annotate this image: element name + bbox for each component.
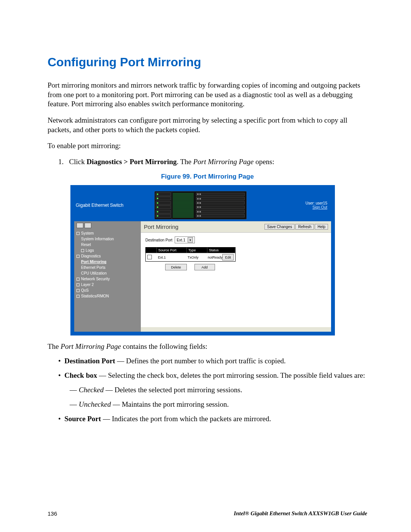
- destination-port-value: Ext.1: [177, 238, 185, 242]
- nav-item[interactable]: Reset: [76, 242, 139, 248]
- screenshot: Gigabit Ethernet Switch: [70, 185, 335, 335]
- nav-collapse-button[interactable]: [76, 223, 83, 228]
- bullet-source-port: • Source Port — Indicates the port from …: [58, 415, 367, 423]
- nav-expand-button[interactable]: [84, 223, 91, 228]
- step1-mid: . The: [177, 158, 193, 166]
- bullet-destination-port: • Destination Port — Defines the port nu…: [58, 357, 367, 365]
- fi-ital: Port Mirroring Page: [61, 342, 121, 350]
- nav-item[interactable]: QoS: [76, 288, 139, 293]
- guide-title: Intel® Gigabit Ethernet Switch AXXSW1GB …: [234, 510, 367, 517]
- bcb-b: Check box: [64, 371, 97, 379]
- fi-pre: The: [48, 342, 61, 350]
- step1-pre: Click: [69, 158, 87, 166]
- step-1: 1. Click Diagnostics > Port Mirroring. T…: [58, 158, 367, 166]
- nav-item[interactable]: Logs: [76, 248, 139, 253]
- nav-item[interactable]: CPU Utilization: [76, 270, 139, 276]
- col-status: Status: [207, 248, 235, 253]
- bdp-t: — Defines the port number to which port …: [115, 357, 286, 365]
- fields-intro: The Port Mirroring Page contains the fol…: [48, 342, 367, 351]
- save-changes-button[interactable]: Save Changes: [264, 224, 295, 230]
- bullet-checkbox: • Check box — Selecting the check box, d…: [58, 371, 367, 380]
- sub-unchecked: —Unchecked — Maintains the port mirrorin…: [70, 400, 367, 409]
- step1-bold: Diagnostics > Port Mirroring: [86, 158, 177, 166]
- col-type: Type: [187, 248, 207, 253]
- delete-button[interactable]: Delete: [165, 264, 186, 270]
- destination-port-label: Destination Port: [145, 238, 172, 242]
- figure-caption: Figure 99. Port Mirroring Page: [48, 173, 367, 181]
- intro-para-2: Network administrators can configure por…: [48, 116, 367, 134]
- screenshot-header: Gigabit Ethernet Switch: [74, 189, 331, 221]
- nav-item[interactable]: Statistics/RMON: [76, 293, 139, 299]
- step1-ital: Port Mirroring Page: [193, 158, 254, 166]
- content-title: Port Mirroring: [144, 224, 178, 230]
- intro-para-3: To enable port mirroring:: [48, 141, 367, 151]
- source-port-table: Source Port Type Status Ext.1 TxOnly not…: [145, 247, 236, 262]
- step1-post: opens:: [253, 158, 274, 166]
- chevron-down-icon: ▾: [188, 237, 193, 243]
- destination-port-select[interactable]: Ext.1 ▾: [175, 236, 195, 243]
- user-label: User: user15: [306, 201, 327, 205]
- nav-item[interactable]: Ethernet Ports: [76, 265, 139, 270]
- sc-i: Checked: [79, 386, 104, 394]
- table-row: Ext.1 TxOnly notReady Edit: [146, 253, 235, 261]
- row-type: TxOnly: [186, 255, 206, 260]
- nav-item[interactable]: System Information: [76, 236, 139, 242]
- sign-out-link[interactable]: Sign Out: [312, 205, 327, 209]
- edit-button[interactable]: Edit: [222, 254, 234, 260]
- page-heading: Configuring Port Mirroring: [48, 55, 367, 69]
- row-checkbox[interactable]: [147, 255, 152, 259]
- bdp-b: Destination Port: [64, 357, 115, 365]
- device-graphic: [142, 189, 258, 221]
- row-port: Ext.1: [156, 255, 186, 260]
- col-checkbox: [146, 248, 157, 253]
- nav-item[interactable]: Network Security: [76, 276, 139, 282]
- bsp-b: Source Port: [64, 415, 101, 423]
- refresh-button[interactable]: Refresh: [295, 224, 314, 230]
- page-footer: 136 Intel® Gigabit Ethernet Switch AXXSW…: [48, 510, 367, 517]
- su-t: — Maintains the port mirroring session.: [111, 400, 229, 408]
- bsp-t: — Indicates the port from which the pack…: [101, 415, 271, 423]
- nav-item[interactable]: Port Mirroring: [76, 259, 139, 265]
- nav-item[interactable]: System: [76, 230, 139, 236]
- help-button[interactable]: Help: [315, 224, 328, 230]
- sub-checked: —Checked — Deletes the selected port mir…: [70, 386, 367, 394]
- nav-tree: SystemSystem InformationResetLogsDiagnos…: [74, 221, 141, 332]
- brand-label: Gigabit Ethernet Switch: [74, 189, 142, 221]
- add-button[interactable]: Add: [194, 264, 215, 270]
- sc-t: — Deletes the selected port mirroring se…: [104, 386, 242, 394]
- intro-para-1: Port mirroring monitors and mirrors netw…: [48, 81, 367, 109]
- col-source-port: Source Port: [157, 248, 187, 253]
- su-i: Unchecked: [79, 400, 111, 408]
- content-pane: Port Mirroring Save Changes Refresh Help…: [141, 221, 331, 332]
- page-number: 136: [48, 510, 57, 517]
- bcb-t: — Selecting the check box, deletes the p…: [97, 371, 365, 379]
- fi-post: contains the following fields:: [121, 342, 207, 350]
- row-status: notReady: [208, 256, 223, 259]
- nav-item[interactable]: Layer 2: [76, 282, 139, 288]
- nav-item[interactable]: Diagnostics: [76, 253, 139, 259]
- user-info: User: user15 Sign Out: [258, 189, 331, 221]
